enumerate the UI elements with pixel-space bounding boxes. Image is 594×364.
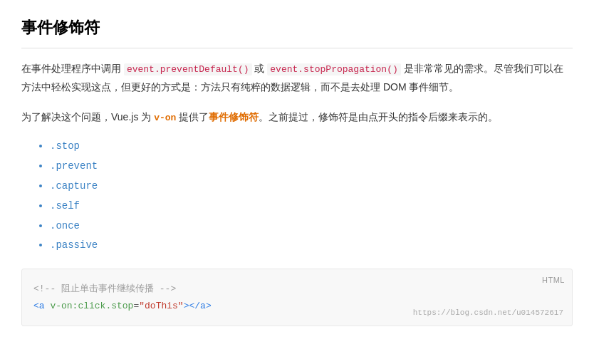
code-comment: <!-- 阻止单击事件继续传播 --> xyxy=(33,284,176,294)
p1-text-before: 在事件处理程序中调用 xyxy=(21,63,124,74)
page-container: 事件修饰符 在事件处理程序中调用 event.preventDefault() … xyxy=(0,0,594,340)
code-tag-open: <a xyxy=(33,301,50,311)
code-attr-value: "doThis" xyxy=(139,301,183,311)
list-item: .passive xyxy=(50,237,573,254)
p1-text-between: 或 xyxy=(252,63,268,74)
p1-code1: event.preventDefault() xyxy=(124,63,252,76)
paragraph-1: 在事件处理程序中调用 event.preventDefault() 或 even… xyxy=(21,60,573,97)
p2-von-code: v-on xyxy=(154,113,176,123)
p2-text-before: 为了解决这个问题，Vue.js 为 xyxy=(21,111,154,123)
page-title: 事件修饰符 xyxy=(21,14,573,48)
modifier-list: .stop.prevent.capture.self.once.passive xyxy=(50,138,573,254)
list-item: .once xyxy=(50,218,573,235)
code-line-1: <!-- 阻止单击事件继续传播 --> xyxy=(33,281,561,297)
list-item: .stop xyxy=(50,138,573,155)
p2-highlight: 事件修饰符 xyxy=(209,111,259,123)
p2-text-after: 。之前提过，修饰符是由点开头的指令后缀来表示的。 xyxy=(259,111,498,123)
p1-code2: event.stopPropagation() xyxy=(267,63,400,76)
list-item: .self xyxy=(50,198,573,215)
list-item: .capture xyxy=(50,178,573,195)
watermark: https://blog.csdn.net/u014572617 xyxy=(413,306,563,320)
code-block: HTML <!-- 阻止单击事件继续传播 --> <a v-on:click.s… xyxy=(21,269,573,326)
code-tag-close: ></a> xyxy=(184,301,212,311)
code-block-label: HTML xyxy=(542,274,565,287)
p2-text-middle: 提供了 xyxy=(176,111,209,123)
code-block-wrapper: HTML <!-- 阻止单击事件继续传播 --> <a v-on:click.s… xyxy=(21,269,573,326)
list-item: .prevent xyxy=(50,158,573,175)
code-attr-name: v-on:click.stop xyxy=(50,301,133,311)
paragraph-2: 为了解决这个问题，Vue.js 为 v-on 提供了事件修饰符。之前提过，修饰符… xyxy=(21,108,573,127)
